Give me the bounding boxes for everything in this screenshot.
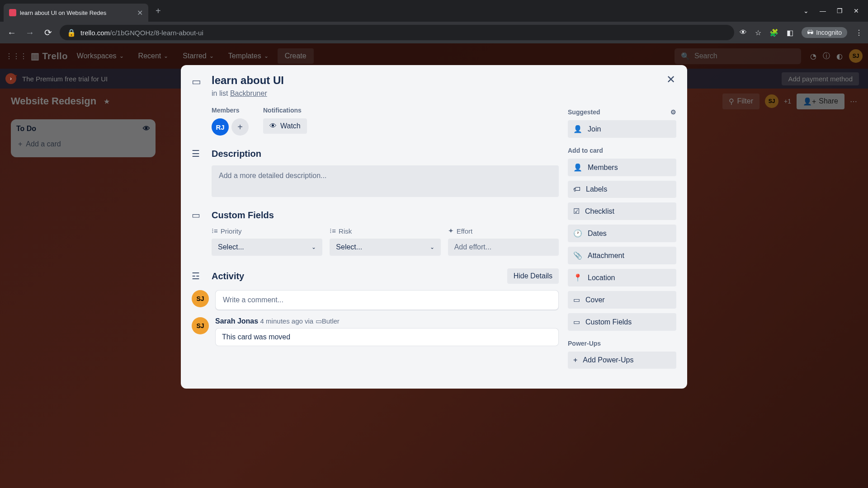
- close-modal-button[interactable]: ✕: [663, 71, 679, 88]
- extensions-icon[interactable]: 🧩: [769, 28, 778, 37]
- activity-author[interactable]: Sarah Jonas: [215, 317, 258, 325]
- activity-icon: ☲: [192, 271, 204, 282]
- watch-button[interactable]: 👁 Watch: [263, 118, 307, 134]
- butler-icon: ▭: [316, 317, 322, 325]
- chrome-menu-icon[interactable]: ⋮: [855, 28, 863, 37]
- add-to-card-label: Add to card: [568, 147, 676, 154]
- chevron-down-icon: ⌄: [311, 244, 316, 250]
- pin-icon: 📍: [573, 273, 582, 282]
- card-list-location: in list Backbruner: [212, 89, 676, 98]
- cover-icon: ▭: [573, 296, 580, 304]
- labels-button[interactable]: 🏷Labels: [568, 181, 676, 198]
- back-button[interactable]: ←: [5, 28, 18, 38]
- plus-icon: +: [573, 356, 577, 364]
- current-user-avatar: SJ: [192, 290, 209, 307]
- activity-user-avatar: SJ: [192, 317, 209, 334]
- description-input[interactable]: Add a more detailed description...: [212, 165, 559, 197]
- notifications-label: Notifications: [263, 107, 307, 114]
- cover-button[interactable]: ▭Cover: [568, 291, 676, 309]
- dates-button[interactable]: 🕐Dates: [568, 225, 676, 242]
- incognito-badge[interactable]: 🕶 Incognito: [802, 27, 847, 38]
- window-controls: ⌄ ― ❐ ✕: [803, 7, 868, 14]
- minimize-icon[interactable]: ―: [820, 7, 826, 14]
- url-text: trello.com/c/1bGNQOHz/8-learn-about-ui: [80, 29, 203, 37]
- address-bar[interactable]: 🔒 trello.com/c/1bGNQOHz/8-learn-about-ui: [60, 25, 734, 40]
- browser-tab-bar: learn about UI on Website Redes ✕ + ⌄ ― …: [0, 0, 868, 22]
- comment-input[interactable]: Write a comment...: [215, 290, 559, 310]
- attachment-button[interactable]: 📎Attachment: [568, 247, 676, 264]
- list-icon: ⁝≡: [212, 227, 218, 235]
- card-title[interactable]: learn about UI: [212, 74, 676, 87]
- user-icon: 👤: [573, 163, 582, 172]
- location-button[interactable]: 📍Location: [568, 269, 676, 286]
- hide-details-button[interactable]: Hide Details: [507, 268, 559, 284]
- risk-select[interactable]: Select...⌄: [330, 239, 440, 256]
- expand-sidebar-button[interactable]: ›: [5, 73, 16, 84]
- custom-fields-icon: ▭: [192, 210, 204, 221]
- card-modal: ✕ ▭ learn about UI in list Backbruner Me…: [181, 65, 687, 389]
- new-tab-button[interactable]: +: [156, 6, 161, 16]
- priority-label: ⁝≡Priority: [212, 227, 322, 235]
- members-button[interactable]: 👤Members: [568, 159, 676, 176]
- priority-select[interactable]: Select...⌄: [212, 239, 322, 256]
- custom-fields-button[interactable]: ▭Custom Fields: [568, 313, 676, 331]
- activity-via: Butler: [322, 317, 340, 325]
- tab-favicon: [9, 9, 16, 16]
- checklist-button[interactable]: ☑Checklist: [568, 202, 676, 220]
- maximize-icon[interactable]: ❐: [837, 7, 843, 14]
- eye-off-icon[interactable]: 👁: [740, 28, 747, 37]
- tabs-dropdown-icon[interactable]: ⌄: [803, 7, 809, 14]
- power-ups-label: Power-Ups: [568, 340, 676, 347]
- bookmark-star-icon[interactable]: ☆: [755, 28, 761, 37]
- forward-button[interactable]: →: [24, 28, 36, 38]
- custom-fields-heading: Custom Fields: [212, 210, 274, 221]
- tag-icon: 🏷: [573, 185, 580, 193]
- checklist-icon: ☑: [573, 207, 580, 216]
- list-icon: ⁝≡: [330, 227, 336, 235]
- clock-icon: 🕐: [573, 229, 582, 238]
- tab-title: learn about UI on Website Redes: [20, 9, 133, 16]
- close-window-icon[interactable]: ✕: [854, 7, 859, 14]
- modal-backdrop: ✕ ▭ learn about UI in list Backbruner Me…: [0, 43, 868, 488]
- incognito-label: Incognito: [816, 29, 842, 36]
- fields-icon: ▭: [573, 318, 580, 326]
- browser-toolbar: ← → ⟳ 🔒 trello.com/c/1bGNQOHz/8-learn-ab…: [0, 22, 868, 43]
- lock-icon: 🔒: [67, 28, 76, 37]
- join-button[interactable]: 👤Join: [568, 120, 676, 138]
- effort-input[interactable]: Add effort...: [448, 239, 559, 256]
- effort-label: ✦Effort: [448, 227, 559, 235]
- add-power-ups-button[interactable]: +Add Power-Ups: [568, 352, 676, 369]
- activity-text: This card was moved: [215, 328, 559, 346]
- gear-icon[interactable]: ⚙: [670, 108, 676, 116]
- activity-meta: Sarah Jonas 4 minutes ago via ▭Butler: [215, 317, 559, 325]
- risk-label: ⁝≡Risk: [330, 227, 440, 235]
- member-avatar[interactable]: RJ: [212, 118, 229, 136]
- paperclip-icon: 📎: [573, 251, 582, 260]
- activity-time: 4 minutes ago via: [260, 317, 314, 325]
- eye-icon: 👁: [269, 122, 277, 130]
- sparkle-icon: ✦: [448, 227, 454, 235]
- browser-tab[interactable]: learn about UI on Website Redes ✕: [4, 4, 148, 22]
- user-icon: 👤: [573, 125, 582, 133]
- tab-close-icon[interactable]: ✕: [137, 9, 143, 17]
- reload-button[interactable]: ⟳: [42, 27, 54, 38]
- activity-heading: Activity: [212, 271, 244, 282]
- list-link[interactable]: Backbruner: [230, 89, 267, 97]
- chevron-down-icon: ⌄: [430, 244, 434, 250]
- incognito-icon: 🕶: [807, 29, 813, 36]
- members-label: Members: [212, 107, 249, 114]
- suggested-label: Suggested: [568, 108, 600, 116]
- description-heading: Description: [212, 149, 261, 159]
- description-icon: ☰: [192, 148, 204, 159]
- add-member-button[interactable]: +: [231, 118, 249, 136]
- side-panel-icon[interactable]: ◧: [787, 28, 793, 37]
- card-header-icon: ▭: [192, 76, 204, 98]
